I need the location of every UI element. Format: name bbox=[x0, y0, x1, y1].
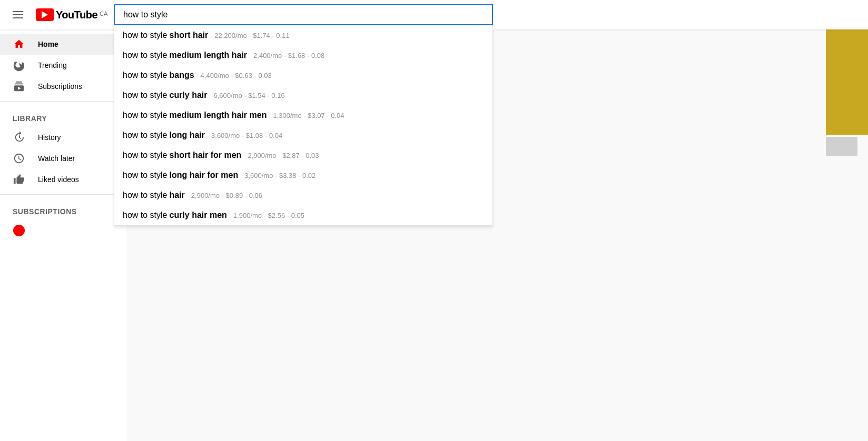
dropdown-item-0-suffix: short hair bbox=[169, 31, 208, 40]
dropdown-item-0[interactable]: how to style short hair22,200/mo - $1.74… bbox=[114, 25, 492, 45]
sidebar-item-home-label: Home bbox=[38, 40, 58, 48]
search-container: how to style short hair22,200/mo - $1.74… bbox=[114, 4, 493, 25]
hamburger-menu-button[interactable] bbox=[8, 7, 27, 23]
sidebar: Home Trending Subscriptions LIBRARY Hist… bbox=[0, 29, 126, 55]
header-left: YouTubeCA bbox=[8, 7, 114, 23]
dropdown-item-1-prefix: how to style bbox=[123, 51, 167, 55]
youtube-logo[interactable]: YouTubeCA bbox=[36, 8, 107, 21]
dropdown-item-0-prefix: how to style bbox=[123, 31, 167, 40]
dropdown-item-1-suffix: medium length hair bbox=[169, 51, 247, 55]
thumbnail-yellow bbox=[826, 29, 868, 55]
header: YouTubeCA how to style short hair22,200/… bbox=[0, 0, 868, 29]
youtube-logo-icon bbox=[36, 8, 54, 21]
sidebar-item-home[interactable]: Home bbox=[0, 34, 126, 55]
search-input[interactable] bbox=[114, 4, 493, 25]
logo-country: CA bbox=[100, 11, 107, 17]
logo-text: YouTube bbox=[56, 9, 97, 21]
right-thumbnail-area bbox=[826, 29, 868, 55]
search-dropdown: how to style short hair22,200/mo - $1.74… bbox=[114, 25, 493, 55]
dropdown-item-0-stats: 22,200/mo - $1.74 - 0.11 bbox=[214, 32, 289, 39]
dropdown-item-1-stats: 2,400/mo - $1.68 - 0.08 bbox=[253, 52, 324, 55]
home-icon bbox=[13, 38, 25, 51]
dropdown-item-1[interactable]: how to style medium length hair2,400/mo … bbox=[114, 45, 492, 55]
